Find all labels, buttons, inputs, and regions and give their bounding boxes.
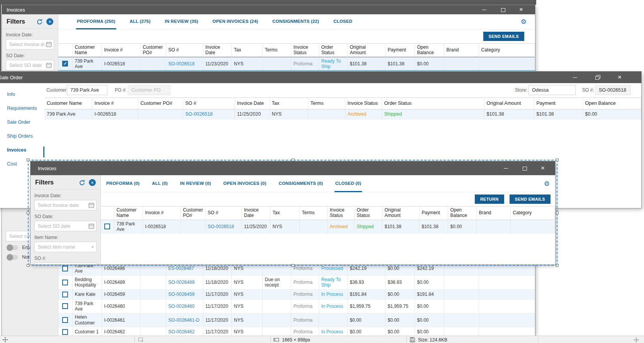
- sel-cell[interactable]: [58, 313, 72, 327]
- minimize-icon[interactable]: [503, 166, 509, 171]
- sidebar-item-sale-order[interactable]: Sale Order: [0, 118, 44, 132]
- selection-handle-bottom-right[interactable]: [556, 264, 559, 267]
- settings-gear-icon[interactable]: [544, 180, 550, 187]
- column-header: Invoice Status: [327, 206, 354, 220]
- tab-open-invoices[interactable]: OPEN INVOICES (24): [212, 14, 259, 29]
- row-checkbox[interactable]: [62, 280, 68, 285]
- sel-cell[interactable]: [58, 299, 72, 313]
- item-name-select[interactable]: [34, 242, 97, 252]
- tab-all[interactable]: ALL (275): [129, 14, 151, 29]
- so-number-input[interactable]: [34, 263, 97, 265]
- close-icon[interactable]: [617, 75, 623, 80]
- invoice-cell: I-0026460: [102, 299, 140, 313]
- tab-proforma[interactable]: PROFORMA (0): [105, 175, 140, 192]
- customer-field[interactable]: [67, 85, 107, 95]
- window-titlebar[interactable]: Sale Order: [0, 72, 641, 83]
- sidebar-item-info[interactable]: Info: [0, 90, 44, 104]
- so-cell[interactable]: SO-0026518: [205, 220, 241, 234]
- row-checkbox[interactable]: [62, 292, 68, 297]
- invoice-cell: I-0026489: [102, 275, 140, 289]
- customer-cell: Bedding Hospitality: [72, 275, 102, 289]
- window-titlebar[interactable]: Invoices: [2, 5, 535, 14]
- send-emails-button[interactable]: SEND EMAILS: [510, 195, 551, 204]
- sel-cell[interactable]: [58, 275, 72, 289]
- row-checkbox[interactable]: [62, 317, 68, 323]
- filters-title: Filters: [35, 179, 79, 186]
- invoice-cell: I-0026518: [92, 109, 138, 119]
- date-cell: 11/17/2020: [203, 289, 231, 299]
- sidebar-item-invoices[interactable]: Invoices: [0, 146, 44, 160]
- inv_status-cell: Proforma: [291, 313, 319, 327]
- column-header: Original Amount: [382, 206, 419, 220]
- tab-open-invoices[interactable]: OPEN INVOICES (0): [223, 175, 267, 192]
- sel-cell[interactable]: [58, 327, 72, 336]
- sidebar-item-requirements[interactable]: Requirements: [0, 104, 44, 118]
- sel-cell[interactable]: [58, 289, 72, 299]
- close-icon[interactable]: [519, 7, 524, 12]
- so-cell[interactable]: SO-0026459: [166, 289, 203, 299]
- return-button[interactable]: RETURN: [475, 195, 504, 204]
- clear-filters-icon[interactable]: ×: [46, 18, 53, 25]
- restore-icon[interactable]: [595, 75, 600, 80]
- order_status-cell: [319, 313, 347, 327]
- tab-closed[interactable]: CLOSED: [333, 14, 353, 29]
- payment-cell: $0.00: [385, 289, 415, 299]
- column-header: Order Status: [354, 206, 382, 220]
- column-header: Invoice #: [92, 98, 138, 109]
- sidebar-item-ship-orders[interactable]: Ship Orders: [0, 132, 44, 146]
- refresh-icon[interactable]: [36, 19, 43, 25]
- row-checkbox-checked[interactable]: [62, 61, 68, 67]
- row-checkbox[interactable]: [62, 266, 68, 271]
- send-emails-button[interactable]: SEND EMAILS: [483, 32, 524, 41]
- tab-in-review[interactable]: IN REVIEW (0): [179, 175, 212, 192]
- minimize-icon[interactable]: [482, 7, 487, 12]
- so-cell[interactable]: SO-0026518: [183, 109, 234, 119]
- window-titlebar[interactable]: Invoices: [31, 161, 555, 175]
- so-number-field[interactable]: [595, 85, 631, 95]
- invoices-table-bottom-rows: 739 Park AveI-0026486ES-002648711/18/202…: [58, 262, 535, 336]
- row-checkbox[interactable]: [62, 329, 68, 335]
- invoice-cell: I-0026461: [102, 313, 140, 327]
- sel-cell[interactable]: [101, 220, 114, 234]
- tab-consignments[interactable]: CONSIGNMENTS (22): [272, 14, 320, 29]
- clear-filters-icon[interactable]: ×: [89, 179, 96, 186]
- tab-all[interactable]: ALL (0): [151, 175, 168, 192]
- maximize-icon[interactable]: [500, 7, 506, 12]
- invoice-date-input[interactable]: [34, 200, 97, 210]
- so-number-label: SO #:: [34, 256, 97, 261]
- drag-grip-icon[interactable]: [634, 337, 639, 343]
- calendar-icon[interactable]: [88, 202, 94, 208]
- so-date-input[interactable]: [34, 221, 97, 231]
- terms-cell: [262, 327, 291, 336]
- emailed-toggle[interactable]: [7, 245, 18, 250]
- calendar-icon[interactable]: [46, 62, 52, 68]
- maximize-icon[interactable]: [522, 166, 527, 171]
- so-cell[interactable]: SO-0026518: [166, 57, 203, 71]
- column-header: Customer PO#: [140, 44, 166, 57]
- tab-closed[interactable]: CLOSED (0): [335, 175, 362, 192]
- row-checkbox[interactable]: [104, 224, 110, 229]
- so-cell[interactable]: SO-0026462: [166, 327, 203, 336]
- po-field[interactable]: [128, 85, 170, 95]
- minimize-icon[interactable]: [573, 75, 578, 80]
- tab-consignments[interactable]: CONSIGNMENTS (0): [278, 175, 323, 192]
- so-cell[interactable]: SO-0026460: [166, 299, 203, 313]
- column-header: Open Balance: [448, 206, 476, 220]
- column-header: Brand: [444, 44, 479, 57]
- refresh-icon[interactable]: [79, 179, 85, 186]
- store-field[interactable]: [528, 85, 576, 95]
- row-checkbox[interactable]: [62, 303, 68, 309]
- not-emailed-toggle[interactable]: [7, 255, 18, 260]
- selection-handle-mid-right[interactable]: [556, 212, 559, 214]
- close-icon[interactable]: [540, 166, 546, 171]
- calendar-icon[interactable]: [88, 223, 94, 229]
- column-header: Invoice Date: [203, 44, 231, 57]
- tab-proforma[interactable]: PROFORMA (250): [76, 14, 116, 29]
- sel-cell[interactable]: [58, 57, 72, 71]
- calendar-icon[interactable]: [46, 41, 52, 47]
- column-header: Terms: [308, 98, 345, 109]
- so-cell[interactable]: SO-0026489: [166, 275, 203, 289]
- tab-in-review[interactable]: IN REVIEW (35): [164, 14, 199, 29]
- so-cell[interactable]: SO-0026461-D: [166, 313, 203, 327]
- settings-gear-icon[interactable]: [521, 19, 527, 25]
